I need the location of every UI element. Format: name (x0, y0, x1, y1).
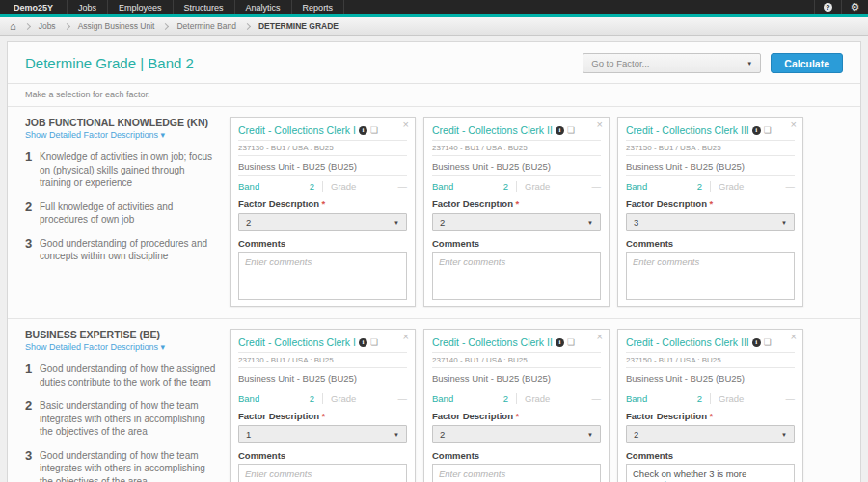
job-title-link[interactable]: Credit - Collections Clerk III (626, 124, 749, 136)
go-to-factor-select[interactable]: Go to Factor... ▼ (583, 53, 761, 73)
job-title-link[interactable]: Credit - Collections Clerk II (432, 124, 553, 136)
factor-level-number: 3 (25, 449, 40, 482)
factor-description-value: 2 (634, 429, 638, 440)
nav-item[interactable]: Analytics (235, 0, 292, 14)
comments-textarea[interactable] (626, 252, 795, 300)
page-title: Determine Grade | Band 2 (25, 55, 194, 71)
factor-description-select[interactable]: 1 ▼ (238, 425, 407, 443)
job-code: 237140 - BU1 / USA : BU25 (432, 353, 601, 368)
factor-level: 3 Good understanding of how the team int… (25, 449, 218, 482)
factor-section-heading: JOB FUNCTIONAL KNOWLEDGE (KN) (25, 117, 218, 128)
band-grade-row: Band 2 Grade — (238, 176, 407, 196)
help-icon[interactable]: ? (814, 0, 841, 14)
close-icon[interactable]: × (403, 120, 409, 130)
close-icon[interactable]: × (403, 332, 409, 342)
comments-textarea[interactable] (238, 252, 407, 300)
factor-description-column: JOB FUNCTIONAL KNOWLEDGE (KN) Show Detai… (25, 117, 230, 307)
job-card-header: Credit - Collections Clerk II i ❏ (432, 335, 601, 353)
job-card-header: Credit - Collections Clerk III i ❏ (626, 335, 795, 353)
job-card-header: Credit - Collections Clerk III i ❏ (626, 123, 795, 141)
close-icon[interactable]: × (597, 332, 603, 342)
close-icon[interactable]: × (597, 120, 603, 130)
band-value: 2 (310, 181, 314, 192)
band-value: 2 (503, 181, 508, 192)
calculate-button[interactable]: Calculate (771, 53, 843, 73)
grade-value: — (592, 393, 602, 404)
nav-brand[interactable]: Demo25Y (0, 0, 68, 14)
factor-level: 3 Good understanding of procedures and c… (25, 237, 218, 263)
breadcrumb: ⌂ Jobs Assign Business Unit Determine Ba… (0, 17, 868, 36)
copy-pages-icon[interactable]: ❏ (764, 338, 772, 347)
page-subtitle: Make a selection for each factor. (8, 84, 860, 106)
breadcrumb-separator-icon (64, 22, 70, 29)
factor-level-text: Good understanding of procedures and con… (40, 237, 218, 263)
required-asterisk: * (516, 411, 520, 421)
factor-description-select[interactable]: 2 ▼ (432, 213, 601, 231)
job-title-link[interactable]: Credit - Collections Clerk III (626, 336, 749, 348)
job-code: 237130 - BU1 / USA : BU25 (238, 353, 407, 368)
copy-pages-icon[interactable]: ❏ (567, 338, 575, 347)
close-icon[interactable]: × (791, 332, 797, 342)
factor-level: 2 Basic understanding of how the team in… (25, 399, 218, 439)
info-icon[interactable]: i (556, 338, 564, 347)
band-grade-row: Band 2 Grade — (626, 388, 795, 408)
factor-description-select[interactable]: 3 ▼ (626, 213, 795, 231)
nav-item[interactable]: Employees (108, 0, 174, 14)
factor-description-select[interactable]: 2 ▼ (432, 425, 601, 443)
job-title-link[interactable]: Credit - Collections Clerk I (238, 124, 356, 136)
factor-description-value: 2 (440, 217, 445, 228)
job-card-header: Credit - Collections Clerk I i ❏ (238, 123, 407, 141)
band-grade-row: Band 2 Grade — (432, 388, 601, 408)
settings-gear-icon[interactable]: ⚙ (841, 0, 868, 14)
info-icon[interactable]: i (359, 338, 367, 347)
copy-pages-icon[interactable]: ❏ (764, 126, 772, 135)
breadcrumb-item[interactable]: Determine Band (176, 21, 235, 31)
top-nav: Demo25Y Jobs Employees Structures Analyt… (0, 0, 868, 14)
factor-description-select[interactable]: 2 ▼ (626, 425, 795, 443)
band-label: Band (626, 393, 647, 404)
band-grade-row: Band 2 Grade — (626, 176, 795, 196)
job-code: 237140 - BU1 / USA : BU25 (432, 141, 601, 156)
copy-pages-icon[interactable]: ❏ (370, 338, 378, 347)
comments-label: Comments (238, 238, 407, 249)
grade-field: Grade — (516, 393, 601, 404)
panel-header: Determine Grade | Band 2 Go to Factor...… (8, 42, 860, 84)
band-label: Band (432, 181, 453, 192)
factor-description-select[interactable]: 2 ▼ (238, 213, 407, 231)
info-icon[interactable]: i (752, 338, 761, 347)
factor-level-number: 1 (25, 362, 40, 388)
band-field: Band 2 (238, 393, 322, 404)
home-icon[interactable]: ⌂ (10, 21, 16, 32)
breadcrumb-current: DETERMINE GRADE (258, 21, 339, 31)
factor-level: 2 Full knowledge of activities and proce… (25, 201, 218, 227)
breadcrumb-separator-icon (244, 22, 251, 29)
job-card: × Credit - Collections Clerk III i ❏ 237… (617, 329, 803, 482)
nav-item[interactable]: Reports (292, 0, 345, 14)
info-icon[interactable]: i (752, 126, 761, 135)
factor-level-number: 1 (25, 150, 40, 190)
factor-level: 1 Good understanding of how the assigned… (25, 362, 218, 388)
band-field: Band 2 (432, 393, 516, 404)
grade-label: Grade (331, 393, 356, 404)
copy-pages-icon[interactable]: ❏ (567, 126, 575, 135)
breadcrumb-item[interactable]: Assign Business Unit (78, 21, 155, 31)
comments-textarea[interactable] (432, 464, 601, 482)
band-value: 2 (503, 393, 508, 404)
factor-level-text: Good understanding of how the assigned d… (40, 362, 218, 388)
info-icon[interactable]: i (359, 126, 367, 135)
copy-pages-icon[interactable]: ❏ (370, 126, 378, 135)
comments-textarea[interactable] (238, 464, 407, 482)
comments-textarea[interactable]: Check on whether 3 is more appropriate (626, 464, 795, 482)
nav-item[interactable]: Jobs (68, 0, 108, 14)
show-descriptions-link[interactable]: Show Detailed Factor Descriptions ▾ (25, 342, 218, 352)
breadcrumb-separator-icon (24, 22, 31, 29)
comments-textarea[interactable] (432, 252, 601, 300)
info-icon[interactable]: i (556, 126, 564, 135)
job-title-link[interactable]: Credit - Collections Clerk II (432, 336, 553, 348)
show-descriptions-link[interactable]: Show Detailed Factor Descriptions ▾ (25, 130, 218, 140)
dropdown-arrow-icon: ▼ (393, 432, 399, 438)
job-title-link[interactable]: Credit - Collections Clerk I (238, 336, 356, 348)
close-icon[interactable]: × (791, 120, 797, 130)
breadcrumb-item[interactable]: Jobs (39, 21, 56, 31)
nav-item[interactable]: Structures (174, 0, 235, 14)
